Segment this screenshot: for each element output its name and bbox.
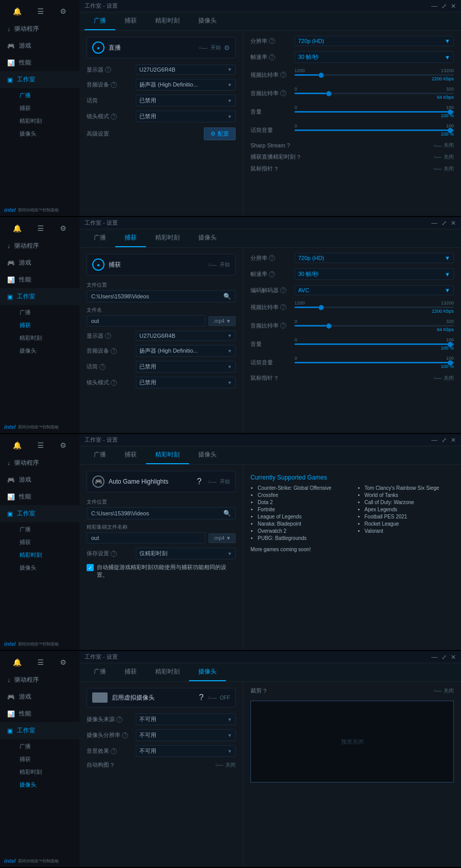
mic-select-2[interactable]: 已禁用 ▼ — [136, 361, 236, 373]
codec-qmark[interactable]: ? — [280, 287, 286, 293]
tab-camera-3[interactable]: 摄像头 — [189, 446, 226, 464]
vbitrate-qmark[interactable]: ? — [280, 72, 286, 78]
res-qmark-2[interactable]: ? — [269, 255, 275, 261]
menu-icon[interactable]: ☰ — [37, 7, 44, 15]
tab-highlights-3[interactable]: 精彩时刻 — [146, 446, 189, 464]
sidebar-item-drivers[interactable]: ↓ 驱动程序 — [0, 20, 79, 37]
sidebar-sub-highlights[interactable]: 精彩时刻 — [14, 115, 79, 127]
fps-select[interactable]: 30 帧/秒 ▼ — [295, 51, 454, 63]
cam-source-select[interactable]: 不可用 ▼ — [136, 713, 236, 725]
tab-camera-2[interactable]: 摄像头 — [189, 229, 226, 247]
audio-select[interactable]: 扬声器 (High Definitio... ▼ — [136, 79, 236, 91]
soundscape-qmark[interactable]: ? — [111, 748, 117, 754]
menu-icon-3[interactable]: ☰ — [37, 441, 44, 449]
sidebar-sub-broadcast[interactable]: 广播 — [14, 89, 79, 102]
tab-highlights-4[interactable]: 精彩时刻 — [146, 663, 189, 681]
tab-highlights-2[interactable]: 精彩时刻 — [146, 229, 189, 247]
cam-res-qmark[interactable]: ? — [122, 732, 128, 739]
audio-qmark-2[interactable]: ? — [111, 348, 117, 354]
menu-icon-2[interactable]: ☰ — [37, 224, 44, 232]
minimize-btn-2[interactable]: — — [431, 220, 437, 227]
save-select[interactable]: 仅精彩时刻 ▼ — [136, 548, 236, 559]
mic-volume-slider[interactable]: 0100 100 % — [295, 123, 454, 137]
sidebar-sub-camera-2[interactable]: 摄像头 — [14, 344, 79, 357]
tab-broadcast[interactable]: 广播 — [85, 12, 115, 30]
fps-qmark[interactable]: ? — [269, 54, 275, 60]
cap-hl-qmark[interactable]: ? — [297, 154, 300, 160]
maximize-btn-4[interactable]: ⤢ — [442, 654, 447, 661]
abitrate-qmark[interactable]: ? — [280, 90, 286, 96]
minimize-btn[interactable]: — — [431, 3, 437, 10]
sidebar-sub-broadcast-4[interactable]: 广播 — [14, 740, 79, 753]
sidebar-sub-highlights-2[interactable]: 精彩时刻 — [14, 332, 79, 344]
volume-slider-2[interactable]: 0100 100 % — [295, 337, 454, 351]
sidebar-item-games-4[interactable]: 🎮游戏 — [0, 688, 79, 705]
sidebar-item-games-2[interactable]: 🎮游戏 — [0, 254, 79, 271]
gear-icon-3[interactable]: ⚙ — [60, 441, 67, 449]
audio-qmark[interactable]: ? — [111, 82, 117, 88]
filename-input-3[interactable] — [87, 532, 205, 544]
advanced-link[interactable]: 高级设置 — [87, 130, 109, 138]
res-select-2[interactable]: 720p (HD) ▼ — [295, 253, 454, 263]
bell-icon-3[interactable]: 🔔 — [13, 441, 22, 449]
sidebar-sub-capture-3[interactable]: 捕获 — [14, 536, 79, 549]
sidebar-sub-broadcast-3[interactable]: 广播 — [14, 523, 79, 536]
lens-select[interactable]: 已禁用 ▼ — [136, 111, 236, 122]
sidebar-item-drivers-2[interactable]: ↓驱动程序 — [0, 237, 79, 254]
maximize-btn-3[interactable]: ⤢ — [442, 437, 447, 444]
tab-highlights[interactable]: 精彩时刻 — [146, 12, 189, 30]
sharp-qmark[interactable]: ? — [287, 142, 290, 148]
auto-compose-qmark[interactable]: ? — [111, 762, 114, 768]
save-qmark[interactable]: ? — [111, 551, 117, 557]
tab-broadcast-2[interactable]: 广播 — [85, 229, 115, 247]
tab-capture-4[interactable]: 捕获 — [115, 663, 146, 681]
close-btn-2[interactable]: ✕ — [451, 220, 456, 227]
res-qmark[interactable]: ? — [269, 38, 275, 44]
tab-capture-3[interactable]: 捕获 — [115, 446, 146, 464]
tab-broadcast-3[interactable]: 广播 — [85, 446, 115, 464]
display-qmark[interactable]: ? — [105, 67, 111, 73]
display-select[interactable]: U27U2G6R4B ▼ — [136, 64, 236, 75]
abitrate-slider-2[interactable]: 0320 64 Kbps — [295, 319, 454, 332]
file-path-input[interactable] — [91, 293, 221, 299]
gear-icon-4[interactable]: ⚙ — [60, 658, 67, 666]
tab-capture-2[interactable]: 捕获 — [115, 229, 146, 247]
file-path-input-3[interactable] — [91, 510, 221, 516]
lens-select-2[interactable]: 已禁用 ▼ — [136, 377, 236, 388]
sidebar-sub-camera-4[interactable]: 摄像头 — [14, 778, 79, 791]
config-button[interactable]: ⚙ 配置 — [204, 127, 236, 140]
menu-icon-4[interactable]: ☰ — [37, 658, 44, 666]
soundscape-select[interactable]: 不可用 ▼ — [136, 745, 236, 757]
display-qmark-2[interactable]: ? — [105, 333, 111, 339]
sidebar-sub-highlights-4[interactable]: 精彩时刻 — [14, 766, 79, 778]
cam-source-qmark[interactable]: ? — [116, 717, 122, 723]
sidebar-item-studio-4[interactable]: ▣工作室 — [0, 722, 79, 739]
lens-qmark-2[interactable]: ? — [111, 380, 117, 386]
mic-qmark[interactable]: ? — [99, 364, 106, 370]
gear-icon[interactable]: ⚙ — [60, 7, 67, 15]
filename-input[interactable] — [87, 315, 205, 327]
gear-icon-2[interactable]: ⚙ — [60, 224, 67, 232]
sidebar-sub-camera-3[interactable]: 摄像头 — [14, 561, 79, 574]
mouse-qmark-2[interactable]: ? — [275, 375, 278, 381]
sidebar-item-performance[interactable]: 📊 性能 — [0, 54, 79, 71]
auto-checkbox[interactable]: ✓ — [87, 564, 94, 571]
cam-res-select[interactable]: 不可用 ▼ — [136, 729, 236, 741]
res-select[interactable]: 720p (HD) ▼ — [295, 36, 454, 46]
mouse-qmark[interactable]: ? — [275, 166, 278, 172]
close-btn-4[interactable]: ✕ — [451, 654, 456, 661]
fps-select-2[interactable]: 30 帧/秒 ▼ — [295, 268, 454, 280]
sidebar-item-perf-4[interactable]: 📊性能 — [0, 705, 79, 722]
auto-game-qmark[interactable]: ? — [197, 477, 201, 486]
sidebar-item-studio-2[interactable]: ▣工作室 — [0, 288, 79, 305]
audio-select-2[interactable]: 扬声器 (High Definitio... ▼ — [136, 345, 236, 357]
sidebar-sub-capture-2[interactable]: 捕获 — [14, 319, 79, 332]
volume-slider[interactable]: 0100 100 % — [295, 105, 454, 118]
tab-broadcast-4[interactable]: 广播 — [85, 663, 115, 681]
abitrate-slider[interactable]: 0320 64 Kbps — [295, 86, 454, 100]
fps-qmark-2[interactable]: ? — [269, 271, 275, 277]
sidebar-sub-capture-4[interactable]: 捕获 — [14, 753, 79, 766]
sidebar-item-drivers-4[interactable]: ↓驱动程序 — [0, 671, 79, 688]
search-icon-3[interactable]: 🔍 — [223, 510, 231, 517]
crop-qmark[interactable]: ? — [263, 688, 266, 694]
